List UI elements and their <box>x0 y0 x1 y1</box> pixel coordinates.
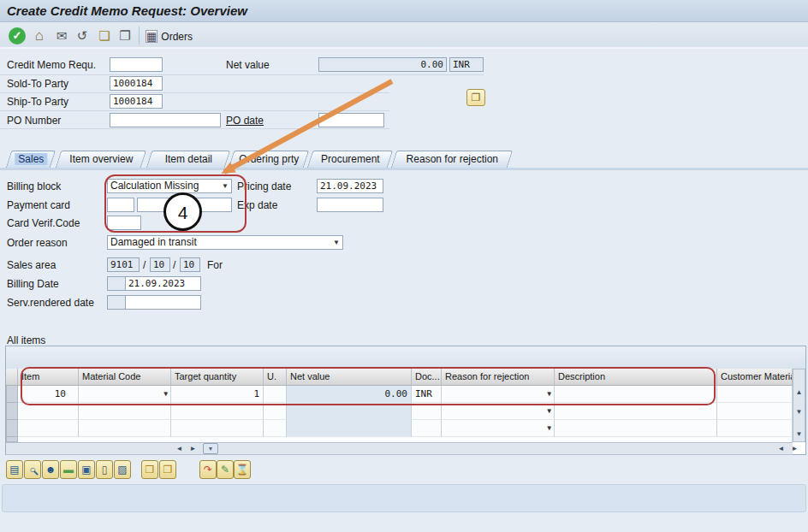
po-date-label[interactable]: PO date <box>226 115 264 128</box>
copy-pages-icon[interactable]: ❐ <box>116 27 134 44</box>
cell-material-code[interactable]: ▼ <box>79 386 171 403</box>
table-cell[interactable] <box>555 403 717 420</box>
selector-column-header[interactable] <box>6 369 18 386</box>
tab-item-detail[interactable]: Item detail <box>146 151 230 168</box>
tab-ordering-prty[interactable]: Ordering prty <box>229 151 309 168</box>
tab-item-overview[interactable]: Item overview <box>56 151 146 168</box>
card-verif-code-input[interactable] <box>107 216 141 230</box>
configuration-button[interactable]: ▨ <box>114 460 131 479</box>
cell-u[interactable] <box>264 386 287 403</box>
phone-button[interactable]: ▯ <box>96 460 113 479</box>
table-cell[interactable] <box>18 403 79 420</box>
scrollbar-thumb[interactable]: ▼ <box>203 443 218 454</box>
table-cell[interactable] <box>264 420 287 437</box>
net-value-field[interactable]: 0.00 <box>318 57 447 72</box>
payment-card-type-input[interactable] <box>107 198 134 212</box>
serv-rendered-type-field[interactable] <box>107 295 126 310</box>
table-cell[interactable] <box>412 403 442 420</box>
tab-sales[interactable]: Sales <box>6 151 56 168</box>
table-cell[interactable] <box>287 403 412 420</box>
table-cell[interactable] <box>264 403 287 420</box>
item-conditions-button[interactable]: ▣ <box>78 460 95 479</box>
table-cell[interactable] <box>18 420 79 437</box>
mail-icon[interactable]: ✉ <box>53 27 70 44</box>
propose-items-button[interactable]: ❒ <box>141 460 158 479</box>
cell-target-quantity[interactable]: 1 <box>171 386 264 403</box>
cell-net-value[interactable]: 0.00 <box>287 386 412 403</box>
cell-reason[interactable]: ▼ <box>442 386 555 403</box>
ship-to-input[interactable]: 1000184 <box>110 94 163 109</box>
redo-clock-icon[interactable]: ↺ <box>74 27 91 44</box>
po-number-input[interactable] <box>110 113 221 127</box>
sales-org-field[interactable]: 9101 <box>107 257 140 272</box>
partner-button[interactable]: ☻ <box>42 460 59 479</box>
tab-reason-for-rejection[interactable]: Reason for rejection <box>391 151 513 168</box>
row-selector[interactable] <box>6 386 18 403</box>
scroll-right-icon[interactable]: ► <box>789 444 800 455</box>
tab-strip-band <box>0 168 808 170</box>
table-cell[interactable] <box>171 420 264 437</box>
scroll-left-icon[interactable]: ◄ <box>775 444 787 455</box>
home-icon[interactable]: ⌂ <box>31 27 48 44</box>
distribution-channel-field[interactable]: 10 <box>150 257 170 272</box>
currency-field[interactable]: INR <box>449 57 484 72</box>
cell-reason[interactable]: ▼ <box>442 403 555 420</box>
cell-reason[interactable]: ▼ <box>442 420 555 437</box>
schedule-button[interactable]: ⌛ <box>234 460 251 479</box>
new-document-icon[interactable]: ❏ <box>96 27 113 44</box>
order-reason-dropdown[interactable]: Damaged in transit ▼ <box>107 235 343 250</box>
column-header-description[interactable]: Description <box>555 369 717 386</box>
serv-rendered-date-input[interactable] <box>125 295 201 310</box>
document-button[interactable]: ❐ <box>159 460 176 479</box>
row-selector[interactable] <box>6 403 18 420</box>
texts-button[interactable]: ▬ <box>60 460 77 479</box>
scroll-left-icon[interactable]: ◄ <box>174 444 185 455</box>
tab-label: Item overview <box>59 151 143 165</box>
column-header-item[interactable]: Item <box>18 369 79 386</box>
item-overview-button[interactable]: ▤ <box>6 460 23 479</box>
po-date-input[interactable] <box>318 113 384 127</box>
cell-customer-material[interactable] <box>717 386 793 403</box>
cell-description[interactable] <box>555 386 717 403</box>
confirm-icon[interactable]: ✓ <box>9 27 26 44</box>
column-header-customer-material[interactable]: Customer Material <box>717 369 793 386</box>
table-cell[interactable] <box>412 420 442 437</box>
table-cell[interactable] <box>171 403 264 420</box>
table-cell[interactable] <box>717 403 793 420</box>
display-item-button[interactable]: ○ <box>24 460 41 479</box>
column-header-net-value[interactable]: Net value <box>287 369 412 386</box>
scroll-down-icon[interactable]: ▼ <box>793 407 805 418</box>
reject-item-button[interactable]: ↷ <box>199 460 217 479</box>
scroll-down-icon[interactable]: ▼ <box>793 429 805 440</box>
sold-to-input[interactable]: 1000184 <box>110 76 163 91</box>
cell-doc-currency[interactable]: INR <box>412 386 442 403</box>
billing-block-value: Calculation Missing <box>110 180 199 192</box>
table-cell[interactable] <box>287 420 412 437</box>
division-field[interactable]: 10 <box>180 257 200 272</box>
cell-item[interactable]: 10 <box>18 386 79 403</box>
credit-memo-input[interactable] <box>110 57 163 72</box>
table-cell[interactable] <box>79 420 171 437</box>
row-selector[interactable] <box>6 420 18 437</box>
billing-block-dropdown[interactable]: Calculation Missing ▼ <box>107 179 232 193</box>
detail-icon[interactable]: ❐ <box>466 89 485 106</box>
horizontal-scrollbar[interactable] <box>6 442 793 455</box>
credit-memo-label: Credit Memo Requ. <box>7 59 96 73</box>
billing-date-input[interactable]: 21.09.2023 <box>125 276 201 291</box>
billing-date-type-field[interactable] <box>107 276 126 291</box>
column-header-target-quantity[interactable]: Target quantity <box>171 369 264 386</box>
scroll-up-icon[interactable]: ▲ <box>793 387 805 399</box>
tab-procurement[interactable]: Procurement <box>307 151 393 168</box>
table-cell[interactable] <box>717 420 793 437</box>
exp-date-input[interactable] <box>317 198 383 212</box>
table-cell[interactable] <box>555 420 717 437</box>
scroll-right-icon[interactable]: ► <box>187 444 199 455</box>
orders-button[interactable]: ▦ Orders <box>146 28 193 44</box>
column-header-material-code[interactable]: Material Code <box>79 369 171 386</box>
table-cell[interactable] <box>79 403 171 420</box>
edit-button[interactable]: ✎ <box>217 460 234 479</box>
pricing-date-input[interactable]: 21.09.2023 <box>317 179 383 193</box>
column-header-u[interactable]: U. <box>264 369 287 386</box>
column-header-reason[interactable]: Reason for rejection <box>442 369 555 386</box>
column-header-doc[interactable]: Doc... <box>412 369 442 386</box>
